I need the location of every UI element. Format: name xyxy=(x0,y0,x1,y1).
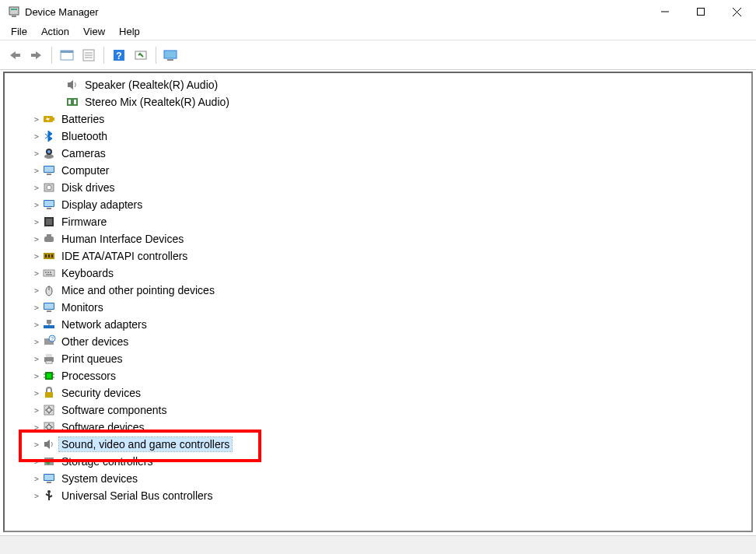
close-button[interactable] xyxy=(719,0,754,23)
expand-glyph[interactable]: > xyxy=(31,303,42,312)
expand-glyph[interactable]: > xyxy=(31,338,42,346)
expand-glyph[interactable]: > xyxy=(31,440,42,449)
tree-category[interactable]: >IDE ATA/ATAPI controllers xyxy=(5,247,751,265)
scan-button[interactable] xyxy=(131,46,150,65)
svg-rect-8 xyxy=(31,54,36,57)
expand-glyph[interactable]: > xyxy=(31,406,42,415)
menu-action[interactable]: Action xyxy=(35,24,75,39)
svg-rect-39 xyxy=(47,234,51,237)
expand-glyph[interactable]: > xyxy=(31,286,42,295)
battery-icon xyxy=(42,112,56,126)
tree-category[interactable]: >System devices xyxy=(5,470,751,487)
expand-glyph[interactable]: > xyxy=(31,321,42,329)
forward-button[interactable] xyxy=(27,46,46,65)
tree-category[interactable]: >Display adapters xyxy=(5,196,751,213)
tree-category[interactable]: >Storage controllers xyxy=(5,453,751,470)
expand-glyph[interactable]: > xyxy=(31,355,42,363)
svg-point-32 xyxy=(47,185,51,190)
toolbar-divider xyxy=(156,47,156,64)
tree-category[interactable]: >Computer xyxy=(5,162,751,179)
minimize-button[interactable] xyxy=(647,0,683,23)
tree-category[interactable]: >Monitors xyxy=(5,299,751,316)
svg-rect-24 xyxy=(53,117,54,121)
firmware-icon xyxy=(42,215,56,229)
tree-category-label: Computer xyxy=(59,163,111,177)
tree-category[interactable]: >Bluetooth xyxy=(5,128,751,145)
device-button[interactable] xyxy=(162,46,180,65)
hid-icon xyxy=(42,232,56,246)
tree-category-label: Processors xyxy=(59,369,118,383)
svg-rect-48 xyxy=(46,274,52,275)
svg-rect-2 xyxy=(12,16,16,17)
expand-glyph[interactable]: > xyxy=(31,235,42,244)
tree-category[interactable]: >Sound, video and game controllers xyxy=(5,436,751,453)
expand-glyph[interactable]: > xyxy=(31,475,42,483)
tree-leaf[interactable]: Stereo Mix (Realtek(R) Audio) xyxy=(5,93,751,110)
tree-category[interactable]: >Keyboards xyxy=(5,265,751,282)
tree-category[interactable]: >Cameras xyxy=(5,145,751,162)
expand-glyph[interactable]: > xyxy=(31,218,42,226)
help-button[interactable]: ? xyxy=(110,46,128,65)
toolbar-divider xyxy=(103,47,104,64)
menu-file[interactable]: File xyxy=(5,24,33,39)
expand-glyph[interactable]: > xyxy=(31,149,42,158)
expand-glyph[interactable]: > xyxy=(31,167,42,175)
tree-category-label: Display adapters xyxy=(59,198,145,212)
expand-glyph[interactable]: > xyxy=(31,372,42,380)
speaker-icon xyxy=(65,78,79,92)
menu-view[interactable]: View xyxy=(77,24,111,39)
svg-rect-1 xyxy=(11,9,17,10)
tree-category-label: Firmware xyxy=(59,215,109,229)
tree-category[interactable]: >Print queues xyxy=(5,350,751,367)
processor-icon xyxy=(42,369,56,383)
svg-rect-18 xyxy=(164,51,177,58)
tree-category-label: Software components xyxy=(59,403,169,417)
svg-rect-54 xyxy=(44,325,54,328)
show-hidden-button[interactable] xyxy=(58,46,76,65)
tree-category[interactable]: >Universal Serial Bus controllers xyxy=(5,487,751,504)
tree-category-label: Keyboards xyxy=(59,266,116,280)
tree-leaf[interactable]: Speaker (Realtek(R) Audio) xyxy=(5,76,751,93)
tree-category[interactable]: >Disk drives xyxy=(5,179,751,196)
window-title: Device Manager xyxy=(25,6,99,18)
tree-category[interactable]: >Processors xyxy=(5,367,751,384)
maximize-button[interactable] xyxy=(683,0,719,23)
tree-category-label: Print queues xyxy=(59,352,125,366)
tree-category[interactable]: >Human Interface Devices xyxy=(5,230,751,247)
tree-category[interactable]: >Software devices xyxy=(5,419,751,436)
tree-category[interactable]: >Firmware xyxy=(5,213,751,230)
expand-glyph[interactable]: > xyxy=(31,389,42,398)
expand-glyph[interactable]: > xyxy=(31,252,42,261)
expand-glyph[interactable]: > xyxy=(31,492,42,500)
svg-rect-53 xyxy=(47,310,51,312)
tree-category-label: Mice and other pointing devices xyxy=(59,283,217,297)
properties-button[interactable] xyxy=(79,46,98,65)
back-button[interactable] xyxy=(5,46,24,65)
expand-glyph[interactable]: > xyxy=(31,423,42,432)
expand-glyph[interactable]: > xyxy=(31,184,42,192)
tree-category-label: Cameras xyxy=(59,146,108,160)
svg-point-27 xyxy=(47,150,51,153)
svg-rect-61 xyxy=(46,354,52,357)
svg-rect-41 xyxy=(45,254,47,258)
svg-rect-74 xyxy=(44,458,54,465)
tree-category[interactable]: >?Other devices xyxy=(5,333,751,350)
tree-category[interactable]: >Security devices xyxy=(5,384,751,401)
expand-glyph[interactable]: > xyxy=(31,458,42,466)
tree-category[interactable]: >Network adapters xyxy=(5,316,751,333)
expand-glyph[interactable]: > xyxy=(31,132,42,141)
svg-text:?: ? xyxy=(116,51,121,61)
tree-category-label: Other devices xyxy=(59,335,131,349)
svg-rect-4 xyxy=(698,9,705,16)
bluetooth-icon xyxy=(42,129,56,143)
svg-rect-47 xyxy=(50,272,51,273)
expand-glyph[interactable]: > xyxy=(31,115,42,124)
tree-category[interactable]: >Software components xyxy=(5,401,751,419)
menu-help[interactable]: Help xyxy=(113,24,146,39)
expand-glyph[interactable]: > xyxy=(31,269,42,278)
tree-category[interactable]: >Batteries xyxy=(5,110,751,128)
network-icon xyxy=(42,317,56,331)
expand-glyph[interactable]: > xyxy=(31,201,42,209)
tree-category[interactable]: >Mice and other pointing devices xyxy=(5,282,751,299)
device-tree-container[interactable]: Speaker (Realtek(R) Audio)Stereo Mix (Re… xyxy=(3,72,753,532)
